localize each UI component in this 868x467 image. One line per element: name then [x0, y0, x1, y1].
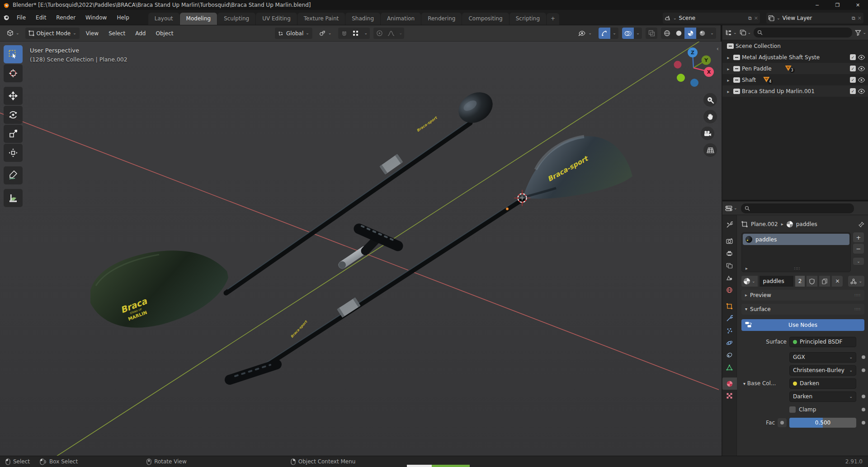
tab-modifiers[interactable]: [722, 312, 737, 325]
proportional-edit-controls[interactable]: [373, 28, 404, 39]
outliner-editor-type-button[interactable]: [725, 29, 737, 36]
menu-object[interactable]: Object: [152, 28, 177, 38]
tab-shading[interactable]: Shading: [345, 13, 380, 25]
menu-add[interactable]: Add: [132, 28, 149, 38]
magnet-icon[interactable]: [338, 28, 350, 39]
shading-solid-button[interactable]: [673, 28, 684, 39]
new-view-layer-icon[interactable]: ⧉: [852, 16, 855, 21]
tab-particles[interactable]: [722, 325, 737, 337]
tool-scale[interactable]: [4, 125, 23, 143]
maximize-button[interactable]: ❐: [827, 0, 848, 10]
tool-annotate[interactable]: [4, 166, 23, 184]
outliner-display-mode-button[interactable]: [740, 29, 751, 36]
tab-output[interactable]: [722, 247, 737, 259]
unlink-scene-icon[interactable]: ✕: [754, 16, 758, 21]
tab-physics[interactable]: [722, 337, 737, 349]
chevron-down-icon[interactable]: [362, 28, 370, 39]
material-slot-selected[interactable]: paddles: [743, 234, 849, 245]
outliner-filter-button[interactable]: [855, 30, 866, 36]
mode-dropdown[interactable]: Object Mode: [25, 28, 80, 39]
camera-view-button[interactable]: [701, 127, 714, 140]
shading-rendered-button[interactable]: [696, 28, 708, 39]
remove-material-slot-button[interactable]: −: [853, 244, 864, 254]
tab-texture-paint[interactable]: Texture Paint: [297, 13, 345, 25]
sidebar-collapse-arrow[interactable]: ‹: [717, 45, 719, 52]
shading-material-button[interactable]: [684, 28, 696, 39]
tool-transform[interactable]: [4, 144, 23, 162]
tab-compositing[interactable]: Compositing: [462, 13, 509, 25]
tab-uv-editing[interactable]: UV Editing: [256, 13, 297, 25]
preview-panel-header[interactable]: Preview: [741, 290, 864, 301]
properties-editor-type-button[interactable]: [725, 205, 737, 212]
falloff-curve-icon[interactable]: [385, 28, 397, 39]
shading-wireframe-button[interactable]: [661, 28, 673, 39]
tab-sculpting[interactable]: Sculpting: [217, 13, 255, 25]
tab-world[interactable]: [722, 284, 737, 296]
base-color-input-field[interactable]: Darken: [789, 378, 856, 389]
tab-object[interactable]: [722, 300, 737, 312]
eye-icon[interactable]: [858, 66, 865, 71]
collection-checkbox[interactable]: [850, 66, 856, 71]
panel-grip-icon[interactable]: [855, 307, 861, 311]
visibility-dropdown[interactable]: [575, 28, 595, 39]
tab-scene[interactable]: [722, 272, 737, 284]
axis-x-neg-handle[interactable]: [674, 61, 682, 69]
animate-dot[interactable]: [862, 395, 865, 398]
animate-dot[interactable]: [862, 368, 865, 372]
expand-arrow-icon[interactable]: [727, 89, 729, 94]
eye-icon[interactable]: [858, 55, 865, 60]
new-scene-icon[interactable]: ⧉: [748, 16, 752, 21]
node-tree-selector[interactable]: [848, 276, 864, 287]
viewport-3d[interactable]: Object Mode View Select Add Object Globa…: [0, 25, 722, 456]
tab-render[interactable]: [722, 235, 737, 247]
slot-specials-button[interactable]: [853, 258, 864, 265]
blender-menu-icon[interactable]: [3, 14, 9, 21]
chevron-down-icon[interactable]: [708, 28, 716, 39]
menu-file[interactable]: File: [12, 13, 30, 23]
tool-move[interactable]: [4, 87, 23, 105]
resize-grip-icon[interactable]: [794, 266, 800, 271]
tab-animation[interactable]: Animation: [381, 13, 421, 25]
tab-layout[interactable]: Layout: [148, 13, 179, 25]
show-overlays-toggle[interactable]: [622, 28, 634, 39]
unlink-material-icon[interactable]: ✕: [832, 276, 843, 287]
view-layer-selector[interactable]: View Layer ⧉ ✕: [766, 13, 863, 24]
axis-y-neg-handle[interactable]: [677, 74, 685, 82]
breadcrumb-object[interactable]: Plane.002: [751, 221, 778, 227]
menu-select[interactable]: Select: [105, 28, 129, 38]
eye-icon[interactable]: [858, 89, 865, 94]
tab-tool[interactable]: [722, 219, 737, 231]
navigation-gizmo[interactable]: Z Y X: [672, 46, 715, 90]
collection-checkbox[interactable]: [850, 54, 856, 60]
tab-constraints[interactable]: [722, 349, 737, 361]
menu-edit[interactable]: Edit: [31, 13, 51, 23]
tool-cursor[interactable]: [4, 64, 23, 82]
material-slot-list[interactable]: paddles: [741, 232, 851, 272]
minimize-button[interactable]: ─: [807, 0, 827, 10]
base-color-label-row[interactable]: Base Col...: [741, 380, 787, 387]
menu-help[interactable]: Help: [112, 13, 133, 23]
pivot-point-dropdown[interactable]: [316, 28, 335, 39]
menu-view[interactable]: View: [82, 28, 102, 38]
chevron-down-icon[interactable]: [610, 28, 618, 39]
expand-arrow-icon[interactable]: [727, 66, 729, 71]
snap-controls[interactable]: [338, 28, 370, 39]
toggle-xray[interactable]: [646, 28, 657, 39]
outliner-row[interactable]: Pen Paddle 3: [722, 63, 868, 74]
add-workspace-button[interactable]: +: [547, 13, 559, 25]
viewport-canvas[interactable]: Braca-sport Braca STAND UP MARLIN: [0, 42, 722, 456]
properties-search[interactable]: [741, 203, 854, 213]
material-users-count[interactable]: 2: [795, 276, 805, 287]
eye-icon[interactable]: [858, 77, 865, 83]
tab-modeling[interactable]: Modeling: [180, 13, 217, 25]
show-gizmo-toggle[interactable]: [599, 28, 610, 39]
remove-view-layer-icon[interactable]: ✕: [858, 16, 862, 21]
toggle-ortho-button[interactable]: [703, 143, 717, 157]
pan-view-button[interactable]: [703, 110, 717, 123]
menu-render[interactable]: Render: [52, 13, 80, 23]
proportional-edit-icon[interactable]: [373, 28, 385, 39]
snap-increment-icon[interactable]: [350, 28, 362, 39]
expand-arrow-icon[interactable]: [727, 78, 729, 83]
panel-grip-icon[interactable]: [855, 293, 861, 297]
tab-scripting[interactable]: Scripting: [509, 13, 546, 25]
